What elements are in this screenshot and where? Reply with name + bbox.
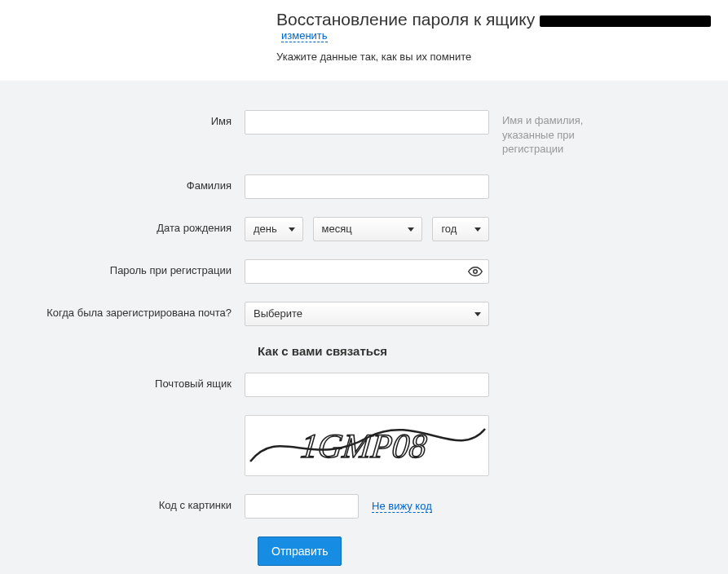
caret-down-icon [474, 227, 481, 232]
first-name-label: Имя [0, 110, 245, 129]
mailbox-input[interactable] [245, 373, 489, 397]
page-title: Восстановление пароля к ящику [276, 10, 535, 29]
dob-year-select[interactable]: год [432, 217, 489, 241]
first-name-input[interactable] [245, 110, 489, 135]
contact-section-title: Как с вами связаться [258, 344, 728, 358]
dob-day-select[interactable]: день [245, 217, 303, 241]
dob-year-value: год [441, 223, 457, 235]
caret-down-icon [408, 227, 414, 232]
caret-down-icon [289, 227, 295, 232]
name-hint: Имя и фамилия, указанные при регистрации [489, 110, 628, 157]
password-reg-label: Пароль при регистрации [0, 259, 245, 278]
last-name-label: Фамилия [0, 174, 245, 193]
captcha-svg: 1GMP08 [246, 417, 488, 474]
captcha-refresh-link[interactable]: Не вижу код [372, 500, 432, 513]
captcha-code-label: Код с картинки [0, 494, 245, 513]
dob-month-value: месяц [322, 223, 352, 235]
when-registered-select[interactable]: Выберите [245, 302, 489, 326]
dob-month-select[interactable]: месяц [313, 217, 423, 241]
dob-label: Дата рождения [0, 217, 245, 236]
caret-down-icon [474, 312, 481, 316]
when-registered-value: Выберите [254, 307, 302, 320]
when-registered-label: Когда была зарегистрирована почта? [0, 302, 245, 320]
last-name-input[interactable] [245, 174, 489, 199]
toggle-password-visibility[interactable] [466, 263, 484, 280]
form-panel: Имя Имя и фамилия, указанные при регистр… [0, 81, 728, 574]
page-subtitle: Укажите данные так, как вы их помните [276, 51, 728, 63]
dob-day-value: день [254, 223, 277, 235]
svg-point-0 [474, 269, 478, 273]
svg-text:1GMP08: 1GMP08 [299, 426, 429, 465]
change-link[interactable]: изменить [281, 29, 328, 42]
captcha-image: 1GMP08 [245, 415, 489, 476]
password-reg-input[interactable] [245, 259, 489, 284]
redacted-email [540, 15, 711, 27]
mailbox-label: Почтовый ящик [0, 373, 245, 391]
eye-icon [468, 264, 483, 279]
captcha-code-input[interactable] [245, 494, 359, 519]
submit-button[interactable]: Отправить [258, 536, 342, 566]
